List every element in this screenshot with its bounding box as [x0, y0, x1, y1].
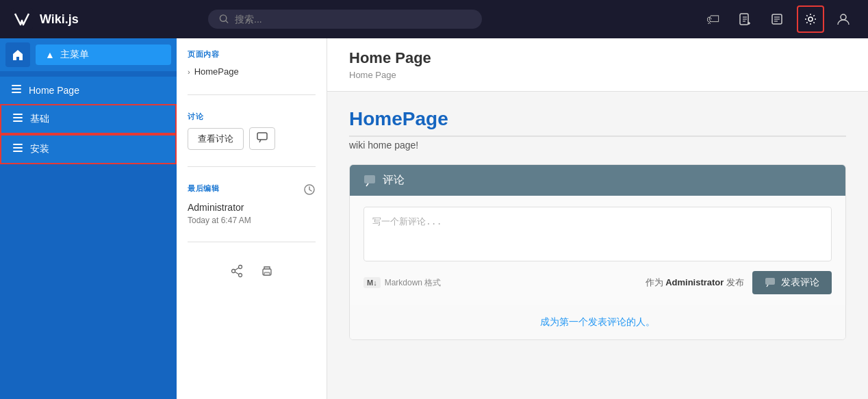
comment-input[interactable]	[363, 207, 832, 261]
chat-icon	[257, 132, 268, 143]
list-icon-2	[12, 112, 23, 123]
sidebar-item-home-page[interactable]: Home Page	[0, 77, 177, 104]
print-button[interactable]	[260, 264, 274, 281]
right-panel: 页面内容 › HomePage 讨论 查看讨论	[177, 38, 868, 399]
settings-button[interactable]	[797, 5, 824, 33]
sidebar-item-icon-home	[11, 83, 22, 97]
page-title: Home Page	[349, 49, 846, 67]
svg-line-2	[226, 21, 228, 23]
share-icon	[230, 264, 244, 278]
markdown-badge: M↓ Markdown 格式	[363, 277, 441, 289]
discussion-section: 讨论 查看讨论	[188, 112, 316, 150]
main-layout: ▲ 主菜单 Home Page	[0, 38, 868, 399]
svg-point-1	[220, 15, 226, 21]
user-button[interactable]	[830, 5, 857, 33]
breadcrumb: Home Page	[349, 70, 846, 80]
article-title: HomePage	[349, 108, 846, 137]
edit-row: 最后编辑	[188, 183, 316, 199]
home-icon	[12, 49, 24, 61]
svg-rect-21	[13, 144, 23, 145]
divider-1	[188, 94, 316, 95]
svg-rect-32	[264, 272, 270, 275]
discussion-label: 讨论	[188, 112, 316, 122]
svg-rect-24	[257, 133, 267, 140]
clock-icon	[303, 183, 316, 196]
comments-box: 评论 M↓ Markdown 格式 作为 A	[349, 164, 846, 340]
svg-point-26	[238, 266, 242, 269]
sidebar-item-label-install: 安装	[30, 143, 49, 155]
md-icon: M↓	[363, 277, 381, 288]
print-icon	[260, 264, 274, 278]
sidebar: ▲ 主菜单 Home Page	[0, 38, 177, 399]
page-header: Home Page Home Page	[327, 38, 868, 92]
markdown-label: Markdown 格式	[385, 277, 442, 289]
svg-point-28	[238, 274, 242, 277]
main-menu-icon: ▲	[45, 49, 55, 60]
sidebar-menu-button[interactable]: ▲ 主菜单	[36, 44, 171, 65]
new-page-icon	[738, 12, 752, 26]
svg-rect-16	[12, 88, 21, 90]
sidebar-nav: Home Page 基础	[0, 71, 177, 170]
share-section	[188, 259, 316, 287]
comment-header-icon	[363, 175, 376, 187]
toc-chevron-icon: ›	[188, 68, 190, 76]
topbar: Wiki.js 🏷	[0, 0, 868, 38]
page-content: Home Page Home Page HomePage wiki home p…	[327, 38, 868, 399]
svg-rect-18	[13, 114, 23, 115]
article-description: wiki home page!	[349, 140, 846, 151]
topbar-actions: 🏷	[701, 5, 857, 33]
history-button[interactable]	[764, 5, 791, 33]
sidebar-item-icon-basics	[12, 112, 23, 126]
svg-rect-20	[13, 120, 23, 122]
svg-point-13	[808, 17, 813, 21]
comments-body: M↓ Markdown 格式 作为 Administrator 发布	[350, 196, 845, 305]
view-discussion-button[interactable]: 查看讨论	[188, 128, 244, 150]
search-bar	[208, 10, 482, 29]
edit-time: Today at 6:47 AM	[188, 216, 316, 225]
discussion-icon-button[interactable]	[249, 127, 275, 150]
post-as-user: Administrator	[665, 277, 724, 287]
discussion-btn-row: 查看讨论	[188, 127, 316, 150]
svg-rect-34	[765, 278, 775, 285]
new-page-button[interactable]	[731, 5, 758, 33]
submit-comment-button[interactable]: 发表评论	[752, 271, 832, 294]
search-icon	[219, 14, 229, 25]
history-clock-icon[interactable]	[303, 183, 316, 199]
svg-rect-19	[13, 117, 23, 118]
toc-label: 页面内容	[188, 49, 316, 60]
edit-author: Administrator	[188, 202, 316, 213]
comment-right: 作为 Administrator 发布 发表评论	[646, 271, 832, 294]
svg-rect-33	[364, 175, 375, 183]
sidebar-top: ▲ 主菜单	[0, 38, 177, 71]
sidebar-item-install[interactable]: 安装	[0, 134, 177, 164]
divider-2	[188, 166, 316, 167]
history-icon	[771, 12, 784, 26]
search-input[interactable]	[235, 14, 471, 25]
divider-3	[188, 242, 316, 242]
post-as-label: 作为 Administrator 发布	[646, 276, 744, 289]
svg-line-29	[235, 268, 239, 270]
main-menu-label: 主菜单	[60, 49, 89, 61]
comments-header-label: 评论	[383, 173, 405, 188]
gear-icon	[804, 12, 817, 26]
app-logo: Wiki.js	[11, 8, 93, 30]
toc-item-label: HomePage	[194, 66, 239, 77]
sidebar-home-button[interactable]	[5, 42, 30, 67]
svg-rect-15	[12, 85, 21, 86]
sidebar-item-label-basics: 基础	[30, 113, 49, 125]
comment-footer: M↓ Markdown 格式 作为 Administrator 发布	[363, 271, 832, 294]
sidebar-item-icon-install	[12, 142, 23, 156]
svg-rect-23	[13, 151, 23, 152]
svg-rect-22	[13, 147, 23, 149]
share-button[interactable]	[230, 264, 244, 281]
sidebar-item-basics[interactable]: 基础	[0, 104, 177, 134]
edit-section: 最后编辑 Administrator Today at 6:47 AM	[188, 183, 316, 225]
tag-icon[interactable]: 🏷	[701, 6, 726, 33]
list-icon	[11, 83, 22, 94]
toc-item[interactable]: › HomePage	[188, 65, 316, 78]
svg-point-14	[841, 14, 846, 20]
toc-section: 页面内容 › HomePage	[188, 49, 316, 78]
logo-icon	[11, 8, 33, 30]
submit-label: 发表评论	[781, 276, 819, 289]
be-first-label: 成为第一个发表评论的人。	[350, 305, 845, 339]
